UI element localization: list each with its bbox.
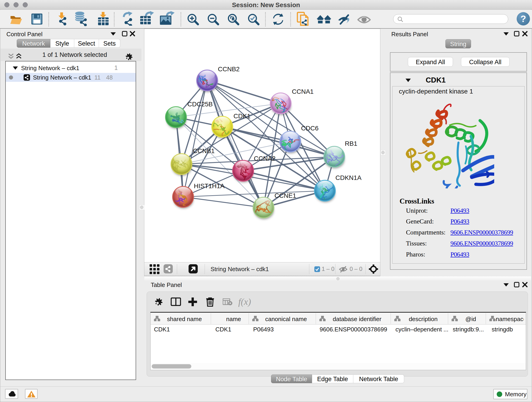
svg-text:CCNE1: CCNE1 [274,192,296,199]
svg-text:CDC25B: CDC25B [187,101,213,108]
svg-text:CCNB2: CCNB2 [218,65,240,73]
svg-text:CDKN1A: CDKN1A [336,174,361,181]
svg-text:CCNA2: CCNA2 [254,155,276,162]
svg-text:CDC6: CDC6 [301,125,318,132]
svg-text:CDK1: CDK1 [234,113,251,120]
svg-text:RB1: RB1 [345,140,357,147]
svg-text:CCNB1: CCNB1 [193,147,215,154]
svg-text:HIST1H1A: HIST1H1A [194,182,225,190]
svg-text:CCNA1: CCNA1 [292,88,314,95]
